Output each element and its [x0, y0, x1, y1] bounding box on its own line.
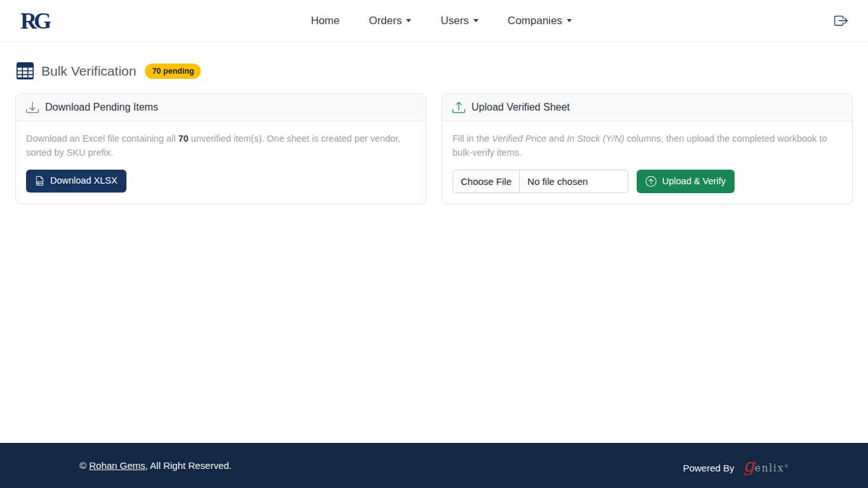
upload-card-description: Fill in the Verified Price and In Stock … [452, 132, 840, 160]
logout-button[interactable] [834, 14, 848, 27]
top-navbar: RG Home Orders Users Companies [0, 0, 868, 42]
upload-controls: Choose File No file chosen Upload & Veri… [452, 170, 842, 193]
genlix-logo[interactable]: genlix® [743, 457, 789, 475]
upload-card-header: Upload Verified Sheet [442, 94, 852, 121]
brand-logo[interactable]: RG [20, 10, 48, 32]
powered-by-label: Powered By [683, 463, 735, 473]
upload-verify-label: Upload & Verify [662, 175, 726, 188]
nav-item-home-label: Home [311, 15, 339, 27]
download-card-description: Download an Excel file containing all 70… [26, 132, 414, 160]
download-pending-card: Download Pending Items Download an Excel… [15, 93, 426, 204]
upload-card-body: Fill in the Verified Price and In Stock … [442, 121, 852, 203]
copyright-text: © Rohan Gems, All Right Reserved. [79, 460, 232, 471]
file-status-text: No file chosen [520, 170, 595, 193]
upload-verify-button[interactable]: Upload & Verify [637, 170, 735, 193]
download-card-body: Download an Excel file containing all 70… [16, 121, 426, 203]
pending-count-inline: 70 [178, 133, 188, 144]
nav-item-orders[interactable]: Orders [369, 15, 411, 27]
chevron-down-icon [567, 19, 572, 22]
page-title: Bulk Verification [41, 64, 136, 79]
table-icon [17, 62, 34, 79]
nav-links: Home Orders Users Companies [48, 15, 834, 27]
cards-row: Download Pending Items Download an Excel… [15, 93, 853, 204]
box-arrow-right-icon [834, 14, 848, 27]
page-title-row: Bulk Verification 70 pending [17, 62, 853, 79]
main-content: Bulk Verification 70 pending Download Pe… [0, 42, 868, 220]
chevron-down-icon [406, 19, 411, 22]
upload-card-title: Upload Verified Sheet [471, 102, 570, 113]
company-link[interactable]: Rohan Gems [89, 460, 145, 471]
nav-item-users-label: Users [440, 15, 468, 27]
download-card-title: Download Pending Items [45, 102, 158, 113]
nav-item-users[interactable]: Users [440, 15, 478, 27]
pending-count-badge: 70 pending [145, 64, 201, 79]
arrow-up-circle-icon [646, 176, 656, 187]
download-icon [26, 101, 39, 114]
nav-item-orders-label: Orders [369, 15, 402, 27]
page-footer: © Rohan Gems, All Right Reserved. Powere… [0, 443, 868, 488]
powered-by: Powered By genlix® [683, 457, 789, 475]
file-input[interactable]: Choose File No file chosen [452, 170, 628, 193]
nav-item-home[interactable]: Home [311, 15, 339, 27]
chevron-down-icon [473, 19, 478, 22]
upload-verified-card: Upload Verified Sheet Fill in the Verifi… [442, 93, 853, 204]
nav-item-companies-label: Companies [508, 15, 562, 27]
nav-item-companies[interactable]: Companies [508, 15, 572, 27]
choose-file-button[interactable]: Choose File [453, 170, 520, 193]
download-xlsx-button[interactable]: Download XLSX [26, 170, 126, 193]
download-card-header: Download Pending Items [16, 94, 426, 121]
download-xlsx-label: Download XLSX [50, 175, 118, 187]
spreadsheet-file-icon [35, 176, 44, 186]
upload-icon [452, 101, 465, 114]
